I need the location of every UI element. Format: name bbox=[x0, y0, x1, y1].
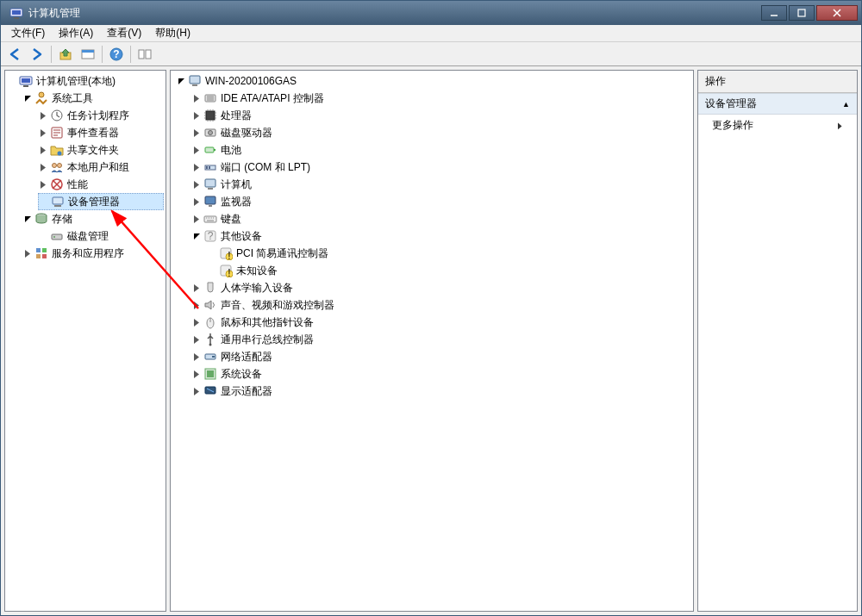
device-label: 网络适配器 bbox=[221, 350, 272, 364]
app-icon bbox=[9, 6, 23, 20]
expand-toggle[interactable] bbox=[191, 196, 202, 207]
battery-icon bbox=[203, 143, 217, 157]
toolbar-back-button[interactable] bbox=[4, 45, 25, 64]
device-disk-drives[interactable]: 磁盘驱动器 bbox=[191, 124, 691, 141]
expand-toggle[interactable] bbox=[191, 300, 202, 310]
nav-tree: 计算机管理(本地) 系统工具 bbox=[5, 71, 166, 264]
device-label: 其他设备 bbox=[221, 229, 262, 244]
expand-toggle[interactable] bbox=[191, 386, 202, 396]
actions-section-label: 设备管理器 bbox=[705, 96, 757, 111]
device-label: 监视器 bbox=[221, 195, 252, 209]
toolbar-properties-button[interactable] bbox=[78, 45, 98, 64]
menubar: 文件(F) 操作(A) 查看(V) 帮助(H) bbox=[1, 25, 861, 42]
expand-toggle[interactable] bbox=[191, 162, 202, 172]
actions-more[interactable]: 更多操作 ▶ bbox=[698, 115, 857, 136]
device-label: 处理器 bbox=[221, 109, 252, 123]
device-label: 端口 (COM 和 LPT) bbox=[221, 160, 310, 175]
menu-file[interactable]: 文件(F) bbox=[4, 24, 52, 42]
device-network[interactable]: 网络适配器 bbox=[191, 348, 691, 365]
menu-action[interactable]: 操作(A) bbox=[52, 24, 100, 42]
monitor-icon bbox=[203, 195, 217, 208]
services-icon bbox=[34, 246, 48, 260]
device-computer[interactable]: 计算机 bbox=[191, 176, 691, 193]
nav-local-users[interactable]: 本地用户和组 bbox=[38, 159, 164, 176]
computer-icon bbox=[203, 177, 217, 191]
expand-toggle[interactable] bbox=[191, 334, 202, 345]
svg-rect-55 bbox=[798, 9, 805, 16]
menu-help[interactable]: 帮助(H) bbox=[148, 24, 197, 42]
expand-toggle[interactable] bbox=[38, 179, 48, 190]
device-usb[interactable]: 通用串行总线控制器 bbox=[191, 331, 691, 348]
nav-performance[interactable]: 性能 bbox=[38, 176, 164, 193]
device-unknown[interactable]: 未知设备 bbox=[207, 262, 691, 279]
expand-toggle[interactable] bbox=[38, 128, 48, 138]
nav-disk-management[interactable]: 磁盘管理 bbox=[38, 227, 164, 245]
minimize-button[interactable] bbox=[761, 5, 787, 21]
nav-root[interactable]: 计算机管理(本地) bbox=[7, 72, 164, 90]
expand-toggle[interactable] bbox=[38, 110, 48, 121]
nav-tree-panel: 计算机管理(本地) 系统工具 bbox=[4, 70, 166, 612]
expand-toggle[interactable] bbox=[176, 76, 186, 86]
nav-shared-folders[interactable]: 共享文件夹 bbox=[38, 141, 164, 159]
keyboard-icon bbox=[203, 212, 217, 226]
device-processors[interactable]: 处理器 bbox=[191, 107, 691, 124]
device-hid[interactable]: 人体学输入设备 bbox=[191, 279, 691, 296]
device-battery[interactable]: 电池 bbox=[191, 141, 691, 159]
nav-services-apps[interactable]: 服务和应用程序 bbox=[22, 245, 164, 262]
nav-system-tools[interactable]: 系统工具 bbox=[22, 90, 164, 107]
nav-storage[interactable]: 存储 bbox=[22, 210, 164, 227]
toolbar-up-button[interactable] bbox=[55, 45, 76, 64]
toolbar-sep bbox=[102, 46, 103, 63]
expand-toggle[interactable] bbox=[191, 369, 202, 379]
menu-view[interactable]: 查看(V) bbox=[100, 24, 148, 42]
device-display[interactable]: 显示适配器 bbox=[191, 383, 691, 400]
device-pci-comm[interactable]: PCI 简易通讯控制器 bbox=[207, 245, 691, 262]
expand-toggle[interactable] bbox=[191, 128, 202, 138]
nav-event-viewer[interactable]: 事件查看器 bbox=[38, 124, 164, 141]
device-other-devices[interactable]: 其他设备 bbox=[191, 227, 691, 245]
toolbar-help-button[interactable] bbox=[106, 45, 127, 64]
processor-icon bbox=[203, 109, 217, 122]
expand-toggle[interactable] bbox=[191, 231, 202, 241]
device-sound[interactable]: 声音、视频和游戏控制器 bbox=[191, 296, 691, 314]
expand-toggle[interactable] bbox=[191, 145, 202, 155]
device-label: 计算机 bbox=[221, 177, 252, 192]
device-label: 未知设备 bbox=[236, 264, 278, 278]
actions-more-label: 更多操作 bbox=[712, 118, 753, 133]
nav-label: 系统工具 bbox=[52, 91, 93, 106]
expand-toggle[interactable] bbox=[191, 179, 202, 190]
device-system-devices[interactable]: 系统设备 bbox=[191, 365, 691, 383]
expand-toggle[interactable] bbox=[191, 352, 202, 362]
device-manager-icon bbox=[51, 195, 65, 208]
expand-toggle[interactable] bbox=[22, 248, 33, 258]
device-keyboards[interactable]: 键盘 bbox=[191, 210, 691, 227]
disk-icon bbox=[50, 229, 64, 243]
hdd-icon bbox=[203, 126, 217, 140]
toolbar-forward-button[interactable] bbox=[27, 45, 47, 64]
expand-toggle[interactable] bbox=[191, 317, 202, 327]
device-root[interactable]: WIN-20200106GAS bbox=[176, 72, 691, 90]
toolbar-sep bbox=[51, 46, 52, 63]
actions-section-title[interactable]: 设备管理器 ▲ bbox=[698, 93, 857, 115]
expand-toggle[interactable] bbox=[22, 214, 33, 224]
nav-label: 共享文件夹 bbox=[67, 143, 119, 158]
expand-toggle[interactable] bbox=[22, 93, 33, 103]
nav-label: 事件查看器 bbox=[67, 126, 119, 140]
device-ide[interactable]: IDE ATA/ATAPI 控制器 bbox=[191, 90, 691, 107]
device-monitors[interactable]: 监视器 bbox=[191, 193, 691, 210]
nav-label: 磁盘管理 bbox=[67, 229, 109, 244]
nav-device-manager[interactable]: 设备管理器 bbox=[38, 193, 164, 210]
maximize-button[interactable] bbox=[789, 5, 815, 21]
nav-root-label: 计算机管理(本地) bbox=[36, 74, 116, 89]
expand-toggle[interactable] bbox=[38, 145, 48, 155]
nav-task-scheduler[interactable]: 任务计划程序 bbox=[38, 107, 164, 124]
close-button[interactable] bbox=[816, 5, 858, 21]
toolbar-view-button[interactable] bbox=[134, 45, 155, 64]
expand-toggle[interactable] bbox=[191, 110, 202, 121]
device-ports[interactable]: 端口 (COM 和 LPT) bbox=[191, 159, 691, 176]
expand-toggle[interactable] bbox=[38, 162, 48, 172]
expand-toggle[interactable] bbox=[191, 283, 202, 293]
device-mice[interactable]: 鼠标和其他指针设备 bbox=[191, 314, 691, 331]
expand-toggle[interactable] bbox=[191, 93, 202, 103]
expand-toggle[interactable] bbox=[191, 214, 202, 224]
